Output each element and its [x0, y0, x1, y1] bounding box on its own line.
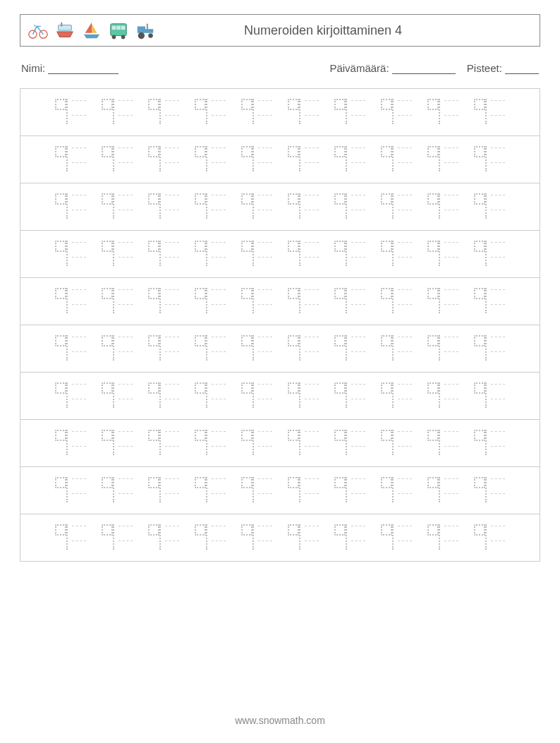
practice-cell[interactable] — [102, 288, 133, 315]
practice-cell[interactable] — [474, 241, 505, 267]
practice-cell[interactable] — [381, 477, 412, 504]
practice-cell[interactable] — [55, 524, 86, 551]
practice-cell[interactable] — [195, 335, 226, 362]
practice-cell[interactable] — [195, 382, 226, 409]
practice-cell[interactable] — [148, 288, 179, 315]
practice-cell[interactable] — [381, 99, 412, 126]
practice-cell[interactable] — [474, 99, 505, 126]
practice-cell[interactable] — [288, 193, 319, 220]
practice-cell[interactable] — [381, 382, 412, 409]
practice-cell[interactable] — [427, 524, 458, 551]
practice-cell[interactable] — [55, 241, 86, 267]
practice-cell[interactable] — [102, 477, 133, 504]
practice-cell[interactable] — [195, 430, 226, 457]
practice-cell[interactable] — [55, 430, 86, 457]
practice-cell[interactable] — [195, 477, 226, 504]
practice-cell[interactable] — [148, 382, 179, 409]
practice-cell[interactable] — [474, 335, 505, 362]
practice-cell[interactable] — [55, 382, 86, 409]
practice-cell[interactable] — [427, 99, 458, 126]
practice-cell[interactable] — [288, 288, 319, 315]
practice-cell[interactable] — [102, 241, 133, 267]
practice-cell[interactable] — [55, 288, 86, 315]
practice-cell[interactable] — [102, 382, 133, 409]
date-blank[interactable] — [392, 64, 456, 74]
practice-cell[interactable] — [195, 146, 226, 173]
practice-cell[interactable] — [381, 146, 412, 173]
practice-cell[interactable] — [427, 382, 458, 409]
practice-cell[interactable] — [241, 146, 272, 173]
practice-cell[interactable] — [474, 477, 505, 504]
practice-cell[interactable] — [288, 241, 319, 267]
practice-cell[interactable] — [55, 146, 86, 173]
practice-cell[interactable] — [334, 382, 365, 409]
practice-cell[interactable] — [381, 288, 412, 315]
practice-cell[interactable] — [102, 335, 133, 362]
practice-cell[interactable] — [102, 99, 133, 126]
practice-cell[interactable] — [148, 99, 179, 126]
practice-cell[interactable] — [241, 288, 272, 315]
score-blank[interactable] — [505, 64, 539, 74]
practice-cell[interactable] — [148, 477, 179, 504]
practice-cell[interactable] — [334, 241, 365, 267]
practice-cell[interactable] — [148, 241, 179, 267]
practice-cell[interactable] — [148, 146, 179, 173]
practice-cell[interactable] — [241, 477, 272, 504]
practice-cell[interactable] — [474, 430, 505, 457]
practice-cell[interactable] — [241, 524, 272, 551]
practice-cell[interactable] — [334, 99, 365, 126]
practice-cell[interactable] — [381, 335, 412, 362]
practice-cell[interactable] — [427, 146, 458, 173]
practice-cell[interactable] — [427, 288, 458, 315]
practice-cell[interactable] — [55, 335, 86, 362]
practice-cell[interactable] — [102, 430, 133, 457]
practice-cell[interactable] — [334, 288, 365, 315]
practice-cell[interactable] — [381, 524, 412, 551]
practice-cell[interactable] — [288, 146, 319, 173]
practice-cell[interactable] — [148, 193, 179, 220]
practice-cell[interactable] — [102, 146, 133, 173]
practice-cell[interactable] — [474, 193, 505, 220]
practice-cell[interactable] — [241, 193, 272, 220]
practice-cell[interactable] — [288, 430, 319, 457]
practice-cell[interactable] — [427, 430, 458, 457]
practice-cell[interactable] — [334, 193, 365, 220]
practice-cell[interactable] — [148, 430, 179, 457]
practice-cell[interactable] — [427, 335, 458, 362]
practice-cell[interactable] — [195, 193, 226, 220]
practice-cell[interactable] — [334, 146, 365, 173]
practice-cell[interactable] — [241, 241, 272, 267]
practice-cell[interactable] — [195, 288, 226, 315]
practice-cell[interactable] — [195, 524, 226, 551]
practice-cell[interactable] — [381, 430, 412, 457]
practice-cell[interactable] — [288, 477, 319, 504]
practice-cell[interactable] — [427, 241, 458, 267]
practice-cell[interactable] — [241, 99, 272, 126]
practice-cell[interactable] — [241, 335, 272, 362]
practice-cell[interactable] — [102, 193, 133, 220]
practice-cell[interactable] — [55, 193, 86, 220]
practice-cell[interactable] — [334, 335, 365, 362]
practice-cell[interactable] — [474, 382, 505, 409]
practice-cell[interactable] — [55, 99, 86, 126]
practice-cell[interactable] — [334, 477, 365, 504]
practice-cell[interactable] — [148, 335, 179, 362]
practice-cell[interactable] — [288, 382, 319, 409]
practice-cell[interactable] — [102, 524, 133, 551]
practice-cell[interactable] — [241, 430, 272, 457]
practice-cell[interactable] — [195, 99, 226, 126]
practice-cell[interactable] — [381, 241, 412, 267]
practice-cell[interactable] — [288, 99, 319, 126]
practice-cell[interactable] — [474, 524, 505, 551]
practice-cell[interactable] — [195, 241, 226, 267]
practice-cell[interactable] — [241, 382, 272, 409]
practice-cell[interactable] — [148, 524, 179, 551]
practice-cell[interactable] — [474, 146, 505, 173]
practice-cell[interactable] — [427, 477, 458, 504]
practice-cell[interactable] — [288, 524, 319, 551]
practice-cell[interactable] — [55, 477, 86, 504]
practice-cell[interactable] — [474, 288, 505, 315]
name-blank[interactable] — [48, 64, 118, 74]
practice-cell[interactable] — [334, 524, 365, 551]
practice-cell[interactable] — [381, 193, 412, 220]
